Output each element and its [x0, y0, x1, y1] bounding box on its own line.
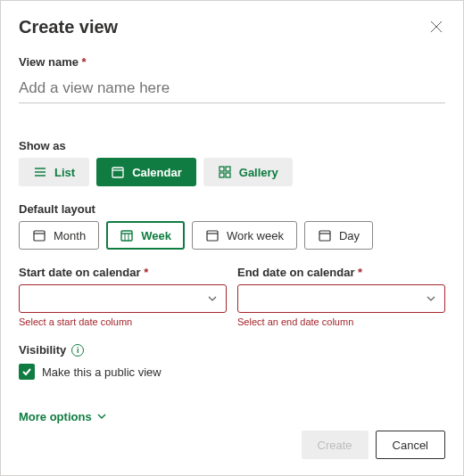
visibility-label: Visibility [19, 343, 66, 357]
layout-day[interactable]: Day [304, 221, 373, 250]
show-as-calendar[interactable]: Calendar [96, 158, 196, 186]
chevron-down-icon [427, 291, 435, 307]
show-as-label: Show as [19, 139, 445, 152]
create-button[interactable]: Create [302, 431, 369, 459]
visibility-section: Visibility i Make this a public view [19, 343, 445, 380]
calendar-work-icon [205, 228, 220, 242]
end-date-select[interactable] [237, 284, 445, 313]
default-layout-options: Month Week Work week Day [19, 221, 445, 250]
view-name-label: View name * [19, 55, 445, 69]
dialog-footer: Create Cancel [302, 431, 446, 459]
layout-work-week[interactable]: Work week [192, 221, 297, 250]
start-date-select[interactable] [19, 284, 227, 313]
svg-rect-10 [226, 173, 230, 177]
start-date-label: Start date on calendar * [19, 266, 227, 279]
svg-rect-9 [220, 173, 224, 177]
gallery-icon [218, 165, 232, 179]
default-layout-label: Default layout [19, 202, 445, 216]
svg-rect-19 [319, 231, 330, 241]
calendar-day-icon [318, 228, 332, 242]
visibility-label-row: Visibility i [19, 343, 445, 357]
svg-rect-13 [121, 231, 132, 241]
dialog-title: Create view [19, 17, 118, 37]
svg-rect-8 [226, 167, 230, 171]
start-date-column: Start date on calendar * Select a start … [19, 266, 227, 327]
visibility-checkbox-row: Make this a public view [19, 364, 445, 380]
date-section: Start date on calendar * Select a start … [19, 266, 445, 327]
info-icon[interactable]: i [71, 344, 84, 357]
svg-rect-7 [220, 167, 224, 171]
chevron-down-icon [97, 410, 106, 423]
calendar-week-icon [120, 228, 134, 242]
view-name-section: View name * [19, 55, 445, 123]
svg-rect-5 [112, 168, 123, 177]
default-layout-section: Default layout Month Week Work week [19, 202, 445, 250]
show-as-section: Show as List Calendar Gallery [19, 139, 445, 186]
show-as-options: List Calendar Gallery [19, 158, 445, 186]
end-date-error: Select an end date column [237, 316, 445, 327]
end-date-column: End date on calendar * Select an end dat… [237, 266, 445, 327]
show-as-gallery[interactable]: Gallery [203, 158, 293, 186]
public-view-checkbox[interactable] [19, 364, 35, 380]
chevron-down-icon [208, 291, 217, 307]
layout-week[interactable]: Week [106, 221, 185, 250]
list-icon [33, 165, 47, 179]
show-as-list[interactable]: List [19, 158, 89, 186]
svg-rect-17 [207, 231, 218, 241]
start-date-error: Select a start date column [19, 316, 227, 327]
cancel-button[interactable]: Cancel [376, 431, 445, 459]
calendar-icon [111, 165, 125, 179]
calendar-month-icon [32, 228, 46, 242]
layout-month[interactable]: Month [19, 221, 99, 250]
more-options-toggle[interactable]: More options [19, 410, 106, 423]
end-date-label: End date on calendar * [237, 266, 445, 279]
close-icon[interactable] [429, 20, 445, 36]
svg-rect-11 [34, 231, 45, 241]
create-view-dialog: Create view View name * Show as List Cal… [0, 0, 464, 476]
public-view-label: Make this a public view [42, 365, 162, 379]
title-row: Create view [19, 17, 445, 37]
view-name-input[interactable] [19, 74, 445, 103]
